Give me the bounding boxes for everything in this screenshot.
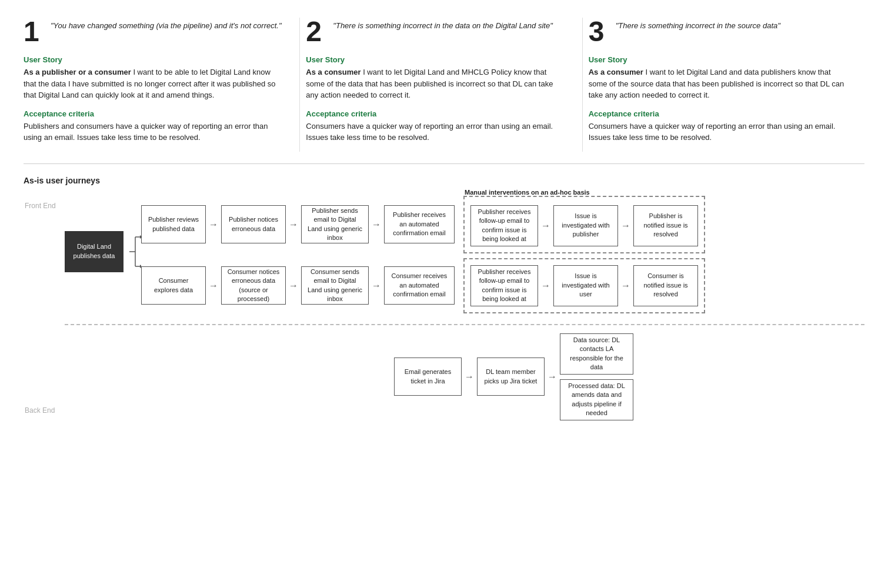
scenario-3-story-bold: As a consumer bbox=[589, 68, 643, 76]
frontend-area: Digital Land publishes data bbox=[65, 190, 864, 319]
arrow-10: → bbox=[620, 280, 632, 291]
publisher-row: Publisher reviews published data → Publi… bbox=[141, 196, 705, 253]
backend-area: Email generates ticket in Jira → DL team… bbox=[65, 330, 864, 426]
consumer-row: Consumer explores data → Consumer notice… bbox=[141, 258, 705, 313]
manual-section-publisher: Manual interventions on an ad-hoc basis … bbox=[463, 196, 705, 253]
journey-section: As-is user journeys Front End Digital La… bbox=[24, 176, 864, 426]
dashed-region-publisher: Manual interventions on an ad-hoc basis … bbox=[463, 196, 705, 253]
arrow-6: → bbox=[208, 280, 219, 291]
scenario-2-acceptance-label: Acceptance criteria bbox=[306, 109, 564, 118]
arrow-11: → bbox=[463, 372, 475, 382]
scenario-2-quote: "There is something incorrect in the dat… bbox=[333, 18, 552, 32]
arrow-1: → bbox=[208, 219, 219, 230]
scenario-1-story: As a publisher or a consumer I want to b… bbox=[24, 66, 282, 101]
publisher-followup-box: Publisher receives follow-up email to co… bbox=[470, 205, 538, 246]
backend-flow: Email generates ticket in Jira → DL team… bbox=[394, 333, 633, 420]
scenario-2-acceptance-text: Consumers have a quicker way of reportin… bbox=[306, 121, 564, 143]
scenario-2-user-story-label: User Story bbox=[306, 55, 564, 64]
digital-land-node: Digital Land publishes data bbox=[65, 231, 123, 272]
arrow-3: → bbox=[370, 219, 382, 230]
dl-team-box: DL team member picks up Jira ticket bbox=[477, 358, 545, 396]
scenario-3-story: As a consumer I want to let Digital Land… bbox=[589, 66, 847, 101]
scenario-1-acceptance-text: Publishers and consumers have a quicker … bbox=[24, 121, 282, 143]
scenario-2-header: 2 "There is something incorrect in the d… bbox=[306, 18, 564, 46]
scenario-1-story-bold: As a publisher or a consumer bbox=[24, 68, 131, 76]
scenario-2: 2 "There is something incorrect in the d… bbox=[300, 18, 582, 152]
arrow-7: → bbox=[288, 280, 299, 291]
consumer-explores-box: Consumer explores data bbox=[141, 266, 206, 305]
backend-label: Back End bbox=[25, 406, 55, 415]
branch-arrow-svg bbox=[129, 231, 141, 272]
divider-line bbox=[65, 324, 864, 325]
scenario-1-user-story-label: User Story bbox=[24, 55, 282, 64]
scenario-2-story-bold: As a consumer bbox=[306, 68, 360, 76]
publisher-followup2-box: Publisher receives follow-up email to co… bbox=[470, 265, 538, 306]
scenario-3-header: 3 "There is something incorrect in the s… bbox=[589, 18, 847, 46]
publisher-sends-email-box: Publisher sends email to Digital Land us… bbox=[301, 205, 369, 243]
two-rows-container: Publisher reviews published data → Publi… bbox=[141, 196, 705, 313]
email-ticket-box: Email generates ticket in Jira bbox=[394, 358, 462, 396]
publisher-reviews-box: Publisher reviews published data bbox=[141, 205, 206, 243]
scenario-1-acceptance-label: Acceptance criteria bbox=[24, 109, 282, 118]
publisher-receives-confirm-box: Publisher receives an automated confirma… bbox=[384, 205, 455, 243]
issue-investigated-publisher-box: Issue is investigated with publisher bbox=[553, 205, 618, 246]
issue-investigated-user-box: Issue is investigated with user bbox=[553, 265, 618, 306]
scenario-2-number: 2 bbox=[306, 18, 327, 46]
scenario-3: 3 "There is something incorrect in the s… bbox=[583, 18, 864, 152]
digital-land-box: Digital Land publishes data bbox=[65, 231, 123, 272]
arrow-2: → bbox=[288, 219, 299, 230]
publisher-notices-box: Publisher notices erroneous data bbox=[221, 205, 286, 243]
manual-label-publisher: Manual interventions on an ad-hoc basis bbox=[465, 189, 590, 196]
scenario-3-number: 3 bbox=[589, 18, 610, 46]
scenario-3-user-story-label: User Story bbox=[589, 55, 847, 64]
processed-data-amends-box: Processed data: DL amends data and adjus… bbox=[560, 379, 633, 420]
arrow-dl-branch bbox=[129, 231, 141, 272]
scenario-3-quote: "There is something incorrect in the sou… bbox=[616, 18, 780, 32]
data-source-contacts-la-box: Data source: DL contacts LA responsible … bbox=[560, 333, 633, 375]
frontend-label: Front End bbox=[25, 202, 56, 210]
consumer-notices-box: Consumer notices erroneous data (source … bbox=[221, 266, 286, 305]
consumer-receives-confirm-box: Consumer receives an automated confirmat… bbox=[384, 266, 455, 305]
consumer-notified-resolved-box: Consumer is notified issue is resolved bbox=[633, 265, 698, 306]
scenario-3-acceptance-label: Acceptance criteria bbox=[589, 109, 847, 118]
arrow-12: → bbox=[546, 372, 558, 382]
scenario-1-header: 1 "You have changed something (via the p… bbox=[24, 18, 282, 46]
arrow-9: → bbox=[540, 280, 552, 291]
scenarios-section: 1 "You have changed something (via the p… bbox=[24, 18, 864, 164]
manual-section-consumer: Publisher receives follow-up email to co… bbox=[463, 258, 705, 313]
publisher-notified-resolved-box: Publisher is notified issue is resolved bbox=[633, 205, 698, 246]
scenario-3-acceptance-text: Consumers have a quicker way of reportin… bbox=[589, 121, 847, 143]
data-source-group: Data source: DL contacts LA responsible … bbox=[560, 333, 633, 420]
scenario-1: 1 "You have changed something (via the p… bbox=[24, 18, 300, 152]
consumer-sends-email-box: Consumer sends email to Digital Land usi… bbox=[301, 266, 369, 305]
scenario-1-number: 1 bbox=[24, 18, 45, 46]
arrow-4: → bbox=[540, 220, 552, 231]
arrow-8: → bbox=[370, 280, 382, 291]
journey-title: As-is user journeys bbox=[24, 176, 864, 185]
arrow-5: → bbox=[620, 220, 632, 231]
dashed-region-consumer: Publisher receives follow-up email to co… bbox=[463, 258, 705, 313]
scenario-2-story: As a consumer I want to let Digital Land… bbox=[306, 66, 564, 101]
scenario-1-quote: "You have changed something (via the pip… bbox=[51, 18, 282, 32]
